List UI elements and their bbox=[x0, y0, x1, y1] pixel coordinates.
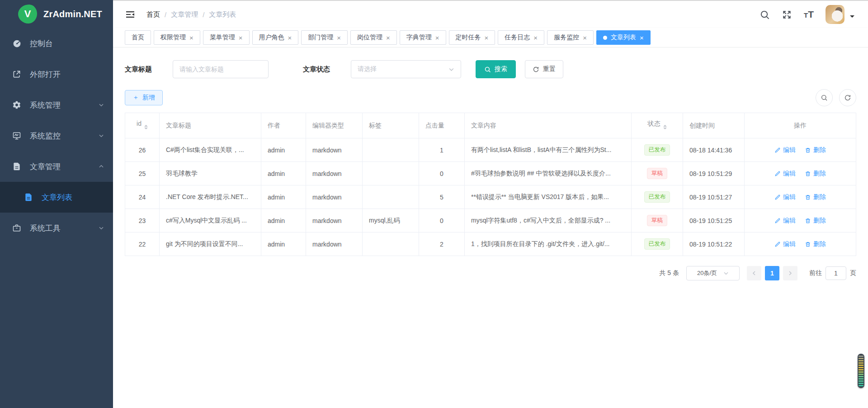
sort-carets-icon[interactable] bbox=[144, 123, 148, 131]
color-scrollbar-widget[interactable] bbox=[858, 354, 864, 388]
breadcrumb-home[interactable]: 首页 bbox=[146, 10, 160, 19]
app-title: ZrAdmin.NET bbox=[43, 9, 102, 19]
close-icon[interactable]: × bbox=[189, 34, 193, 41]
page-size-select[interactable]: 20条/页 bbox=[686, 266, 740, 280]
sidebar-collapse-icon[interactable] bbox=[125, 9, 136, 20]
refresh-table-button[interactable] bbox=[839, 89, 856, 106]
close-icon[interactable]: × bbox=[239, 34, 243, 41]
sidebar-item-system-monitor[interactable]: 系统监控 bbox=[0, 120, 113, 151]
topbar: 首页 / 文章管理 / 文章列表 TT bbox=[113, 1, 868, 28]
edit-button[interactable]: 编辑 bbox=[774, 240, 796, 248]
tab-scheduled-task[interactable]: 定时任务× bbox=[449, 30, 495, 45]
trash-icon bbox=[805, 171, 811, 177]
pencil-icon bbox=[774, 194, 781, 200]
search-icon bbox=[821, 94, 828, 101]
sidebar-item-dashboard[interactable]: 控制台 bbox=[0, 28, 113, 59]
delete-button[interactable]: 删除 bbox=[805, 193, 826, 201]
search-icon[interactable] bbox=[760, 9, 770, 20]
goto-page-input[interactable] bbox=[826, 266, 846, 280]
prev-page-button[interactable] bbox=[747, 266, 761, 280]
chevron-down-icon bbox=[723, 270, 729, 276]
tab-article-list[interactable]: 文章列表× bbox=[596, 30, 651, 45]
tab-home[interactable]: 首页 bbox=[125, 30, 151, 45]
delete-button[interactable]: 删除 bbox=[805, 217, 826, 225]
goto-prefix: 前往 bbox=[809, 269, 822, 277]
sidebar-item-article-list[interactable]: 文章列表 bbox=[0, 182, 113, 213]
external-link-icon bbox=[12, 69, 22, 79]
column-header-tags: 标签 bbox=[363, 113, 419, 138]
cell-content: 有两个list,listA 和listB，listA中有三个属性列为St... bbox=[465, 138, 632, 162]
table-header-row: id 文章标题 作者 编辑器类型 标签 点击量 文章内容 状态 创建时间 操作 bbox=[125, 113, 856, 138]
sort-carets-icon[interactable] bbox=[663, 123, 667, 131]
cell-status: 草稿 bbox=[632, 162, 683, 185]
app-logo[interactable]: V ZrAdmin.NET bbox=[0, 0, 113, 28]
sidebar-menu: 控制台 外部打开 系统管理 系 bbox=[0, 28, 113, 243]
cell-editor: markdown bbox=[306, 209, 363, 232]
delete-button[interactable]: 删除 bbox=[805, 146, 826, 154]
cell-hits: 2 bbox=[419, 232, 465, 256]
tab-task-log[interactable]: 任务日志× bbox=[498, 30, 544, 45]
cell-author: admin bbox=[261, 185, 306, 209]
cell-tags bbox=[363, 232, 419, 256]
delete-button[interactable]: 删除 bbox=[805, 170, 826, 178]
close-icon[interactable]: × bbox=[640, 34, 644, 41]
cell-status: 草稿 bbox=[632, 209, 683, 232]
sidebar: V ZrAdmin.NET 控制台 外部打开 系统管理 bbox=[0, 0, 113, 408]
toggle-search-button[interactable] bbox=[816, 89, 833, 106]
cell-id: 25 bbox=[125, 162, 160, 185]
tab-user-role[interactable]: 用户角色× bbox=[252, 30, 299, 45]
article-status-label: 文章状态 bbox=[303, 65, 330, 74]
chevron-down-icon bbox=[99, 225, 104, 231]
tab-post-manage[interactable]: 岗位管理× bbox=[350, 30, 397, 45]
cell-actions: 编辑 删除 bbox=[745, 209, 856, 232]
logo-icon: V bbox=[18, 5, 37, 24]
search-icon bbox=[484, 66, 491, 73]
pagination: 共 5 条 20条/页 1 前往 bbox=[125, 266, 856, 280]
sidebar-item-external-open[interactable]: 外部打开 bbox=[0, 59, 113, 90]
reset-button[interactable]: 重置 bbox=[525, 60, 563, 78]
sidebar-item-label: 系统管理 bbox=[30, 100, 99, 110]
search-button[interactable]: 搜索 bbox=[476, 60, 516, 78]
close-icon[interactable]: × bbox=[386, 34, 390, 41]
tab-department[interactable]: 部门管理× bbox=[301, 30, 348, 45]
close-icon[interactable]: × bbox=[533, 34, 538, 41]
page-number-button[interactable]: 1 bbox=[765, 266, 779, 280]
close-icon[interactable]: × bbox=[583, 34, 587, 41]
close-icon[interactable]: × bbox=[435, 34, 439, 41]
column-header-status[interactable]: 状态 bbox=[632, 113, 683, 138]
edit-button[interactable]: 编辑 bbox=[774, 170, 796, 178]
close-icon[interactable]: × bbox=[337, 34, 341, 41]
edit-button[interactable]: 编辑 bbox=[774, 217, 796, 225]
next-page-button[interactable] bbox=[783, 266, 797, 280]
user-menu-caret-icon[interactable] bbox=[850, 15, 854, 20]
table-toolbar: ＋ 新增 bbox=[125, 89, 856, 106]
article-status-select[interactable]: 请选择 bbox=[351, 60, 461, 78]
font-size-icon[interactable]: TT bbox=[804, 9, 814, 20]
close-icon[interactable]: × bbox=[288, 34, 292, 41]
article-title-input[interactable] bbox=[173, 60, 269, 78]
tab-menu-manage[interactable]: 菜单管理× bbox=[203, 30, 250, 45]
chevron-up-icon bbox=[99, 164, 104, 169]
edit-button[interactable]: 编辑 bbox=[774, 193, 796, 201]
edit-button[interactable]: 编辑 bbox=[774, 146, 796, 154]
sidebar-item-article-manage[interactable]: 文章管理 bbox=[0, 151, 113, 182]
add-button[interactable]: ＋ 新增 bbox=[125, 90, 163, 105]
tab-dict-manage[interactable]: 字典管理× bbox=[400, 30, 446, 45]
cell-content: 1，找到项目所在目录下的 .git/文件夹，进入.git/... bbox=[465, 232, 632, 256]
column-header-created: 创建时间 bbox=[683, 113, 745, 138]
breadcrumb-separator: / bbox=[165, 11, 166, 19]
column-header-id[interactable]: id bbox=[125, 113, 160, 138]
delete-button[interactable]: 删除 bbox=[805, 240, 826, 248]
cell-actions: 编辑 删除 bbox=[745, 232, 856, 256]
sidebar-item-system-manage[interactable]: 系统管理 bbox=[0, 90, 113, 120]
cell-created: 08-19 10:51:29 bbox=[683, 162, 745, 185]
chevron-left-icon bbox=[751, 270, 757, 276]
user-avatar[interactable] bbox=[826, 5, 844, 24]
tab-permission[interactable]: 权限管理× bbox=[154, 30, 200, 45]
cell-created: 08-19 10:51:25 bbox=[683, 209, 745, 232]
column-header-author: 作者 bbox=[261, 113, 306, 138]
fullscreen-icon[interactable] bbox=[782, 9, 792, 20]
close-icon[interactable]: × bbox=[485, 34, 489, 41]
tab-service-monitor[interactable]: 服务监控× bbox=[547, 30, 594, 45]
sidebar-item-system-tools[interactable]: 系统工具 bbox=[0, 213, 113, 243]
